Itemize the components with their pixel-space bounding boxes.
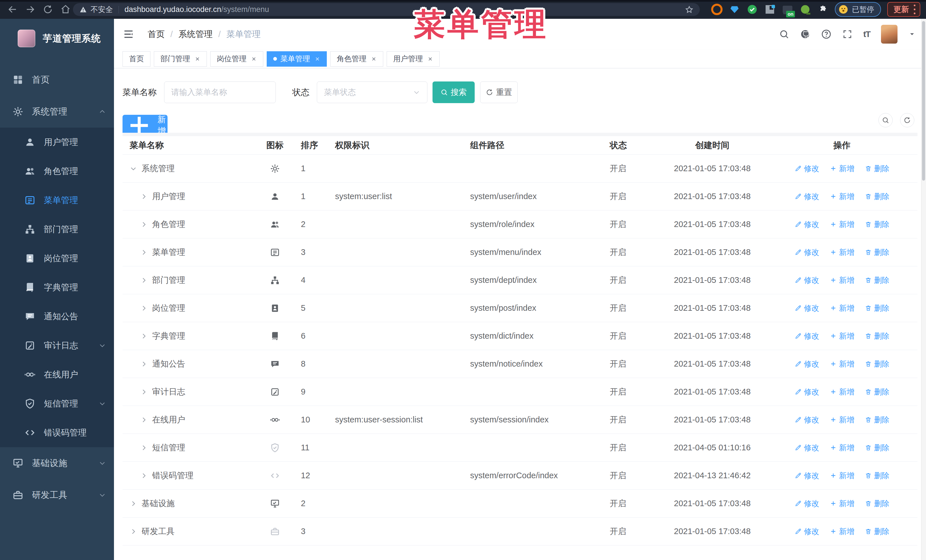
github-icon[interactable]: [800, 29, 810, 39]
close-icon[interactable]: [427, 56, 433, 62]
address-bar[interactable]: 不安全 dashboard.yudao.iocoder.cn /system/m…: [73, 3, 700, 16]
add-child-link[interactable]: 新增: [830, 527, 855, 537]
tab-5[interactable]: 角色管理: [330, 51, 383, 66]
add-child-link[interactable]: 新增: [830, 415, 855, 425]
delete-link[interactable]: 删除: [865, 359, 890, 369]
edit-link[interactable]: 修改: [794, 443, 819, 453]
status-select[interactable]: 菜单状态: [317, 82, 427, 103]
sidebar-item-8[interactable]: 字典管理: [0, 273, 114, 302]
bookmark-star-icon[interactable]: [685, 5, 693, 14]
hamburger-icon[interactable]: [123, 29, 134, 39]
edit-link[interactable]: 修改: [794, 387, 819, 397]
close-icon[interactable]: [315, 56, 320, 62]
font-size-icon[interactable]: tT: [863, 29, 870, 39]
home-icon[interactable]: [61, 4, 71, 15]
sidebar-item-13[interactable]: 错误码管理: [0, 418, 114, 447]
delete-link[interactable]: 删除: [865, 471, 890, 481]
edit-link[interactable]: 修改: [794, 471, 819, 481]
browser-update-button[interactable]: 更新: [887, 2, 920, 17]
breadcrumb-item-2[interactable]: 系统管理: [179, 29, 213, 40]
tab-3[interactable]: 岗位管理: [210, 51, 263, 66]
add-child-link[interactable]: 新增: [830, 471, 855, 481]
add-child-link[interactable]: 新增: [830, 303, 855, 313]
fullscreen-icon[interactable]: [842, 29, 852, 39]
close-icon[interactable]: [195, 56, 200, 62]
delete-link[interactable]: 删除: [865, 443, 890, 453]
extension-key-icon[interactable]: [799, 4, 811, 15]
sidebar-item-7[interactable]: 岗位管理: [0, 244, 114, 273]
sidebar-item-15[interactable]: 研发工具: [0, 479, 114, 511]
add-child-link[interactable]: 新增: [830, 331, 855, 341]
sidebar-item-2[interactable]: 系统管理: [0, 96, 114, 128]
sidebar-item-5[interactable]: 菜单管理: [0, 186, 114, 215]
extension-orange-icon[interactable]: [711, 4, 723, 15]
edit-link[interactable]: 修改: [794, 359, 819, 369]
sidebar-item-10[interactable]: 审计日志: [0, 331, 114, 360]
logo-row[interactable]: 芋道管理系统: [0, 19, 114, 54]
breadcrumb-item-1[interactable]: 首页: [148, 29, 165, 40]
profile-paused-badge[interactable]: 已暂停: [835, 2, 881, 17]
add-child-link[interactable]: 新增: [830, 443, 855, 453]
extension-proxy-icon[interactable]: on: [782, 4, 793, 15]
add-child-link[interactable]: 新增: [830, 163, 855, 174]
add-child-link[interactable]: 新增: [830, 192, 855, 202]
search-icon[interactable]: [779, 29, 789, 39]
tab-6[interactable]: 用户管理: [387, 51, 440, 66]
delete-link[interactable]: 删除: [865, 303, 890, 313]
user-caret-down-icon[interactable]: [908, 30, 916, 38]
tab-1[interactable]: 首页: [123, 51, 150, 66]
edit-link[interactable]: 修改: [794, 331, 819, 341]
add-child-link[interactable]: 新增: [830, 498, 855, 509]
delete-link[interactable]: 删除: [865, 219, 890, 229]
add-child-link[interactable]: 新增: [830, 359, 855, 369]
delete-link[interactable]: 删除: [865, 387, 890, 397]
page-scrollbar[interactable]: [921, 19, 926, 560]
sidebar-item-14[interactable]: 基础设施: [0, 447, 114, 479]
edit-link[interactable]: 修改: [794, 163, 819, 174]
delete-link[interactable]: 删除: [865, 163, 890, 174]
add-child-link[interactable]: 新增: [830, 247, 855, 258]
help-icon[interactable]: [821, 29, 831, 39]
sidebar-item-9[interactable]: 通知公告: [0, 302, 114, 331]
menu-name-input[interactable]: [164, 82, 276, 103]
sidebar-item-6[interactable]: 部门管理: [0, 215, 114, 244]
close-icon[interactable]: [251, 56, 257, 62]
user-avatar[interactable]: [881, 25, 897, 44]
refresh-table-button[interactable]: [900, 113, 914, 127]
add-child-link[interactable]: 新增: [830, 275, 855, 285]
edit-link[interactable]: 修改: [794, 498, 819, 509]
tab-4[interactable]: 菜单管理: [267, 51, 327, 66]
edit-link[interactable]: 修改: [794, 192, 819, 202]
edit-link[interactable]: 修改: [794, 303, 819, 313]
delete-link[interactable]: 删除: [865, 527, 890, 537]
search-button[interactable]: 搜索: [433, 82, 475, 103]
delete-link[interactable]: 删除: [865, 275, 890, 285]
add-child-link[interactable]: 新增: [830, 387, 855, 397]
reload-icon[interactable]: [43, 4, 53, 15]
sidebar-item-4[interactable]: 角色管理: [0, 157, 114, 186]
sidebar-item-11[interactable]: 在线用户: [0, 360, 114, 389]
delete-link[interactable]: 删除: [865, 331, 890, 341]
forward-icon[interactable]: [25, 4, 35, 15]
close-icon[interactable]: [371, 56, 377, 62]
edit-link[interactable]: 修改: [794, 219, 819, 229]
delete-link[interactable]: 删除: [865, 415, 890, 425]
reset-button[interactable]: 重置: [480, 82, 518, 103]
extension-grid-icon[interactable]: [764, 4, 776, 15]
scrollbar-thumb[interactable]: [922, 21, 925, 181]
edit-link[interactable]: 修改: [794, 247, 819, 258]
delete-link[interactable]: 删除: [865, 498, 890, 509]
edit-link[interactable]: 修改: [794, 527, 819, 537]
tab-2[interactable]: 部门管理: [154, 51, 207, 66]
sidebar-item-3[interactable]: 用户管理: [0, 128, 114, 157]
delete-link[interactable]: 删除: [865, 192, 890, 202]
edit-link[interactable]: 修改: [794, 275, 819, 285]
extension-gem-icon[interactable]: [729, 4, 740, 15]
extension-check-icon[interactable]: [746, 4, 758, 15]
sidebar-item-1[interactable]: 首页: [0, 64, 114, 96]
back-icon[interactable]: [8, 4, 18, 15]
sidebar-item-12[interactable]: 短信管理: [0, 389, 114, 418]
kebab-menu-icon[interactable]: [914, 5, 916, 14]
extensions-puzzle-icon[interactable]: [817, 4, 829, 15]
toggle-search-button[interactable]: [878, 113, 893, 127]
